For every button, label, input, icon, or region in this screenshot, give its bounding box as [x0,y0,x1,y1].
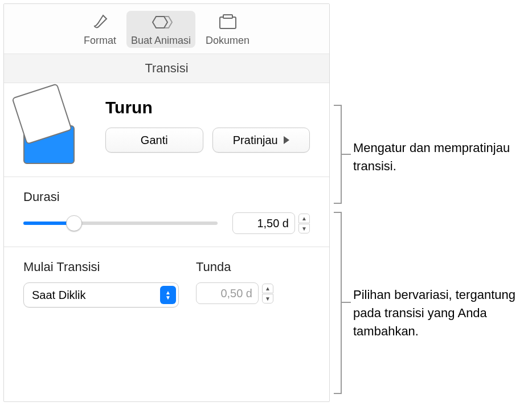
callout-tick-bottom [342,302,351,303]
animate-icon [148,13,173,32]
start-delay-section: Mulai Transisi Saat Diklik ▲▼ Tunda ▲ ▼ [4,247,329,320]
duration-label: Durasi [23,190,310,204]
transition-name: Turun [105,98,310,117]
callouts: Mengatur dan mempratinjau transisi. Pili… [330,0,530,406]
preview-button-label: Pratinjau [233,134,278,147]
inspector-toolbar: Format Buat Animasi Dokumen [4,4,329,54]
delay-stepper: ▲ ▼ [196,282,310,304]
change-button-label: Ganti [141,134,168,147]
transition-tab[interactable]: Transisi [4,54,329,83]
play-icon [284,136,289,144]
paintbrush-icon [90,13,109,32]
delay-label: Tunda [196,260,310,274]
chevron-up-down-icon: ▲▼ [160,286,176,304]
duration-section: Durasi ▲ ▼ [4,177,329,247]
duration-step-down[interactable]: ▼ [298,224,310,233]
callout-tick-top [342,154,351,155]
callout-bracket-top [334,105,342,204]
inspector-panel: Format Buat Animasi Dokumen Transisi [3,3,330,402]
duration-stepper: ▲ ▼ [232,212,310,234]
format-tab[interactable]: Format [79,11,121,48]
change-button[interactable]: Ganti [105,128,203,153]
document-tab[interactable]: Dokumen [201,11,254,48]
callout-bracket-bottom [334,212,342,394]
duration-slider[interactable] [23,216,218,230]
format-tab-label: Format [84,35,116,47]
callout-text-bottom: Pilihan bervariasi, tergantung pada tran… [353,286,532,341]
preview-button[interactable]: Pratinjau [212,128,310,153]
start-transition-popup[interactable]: Saat Diklik ▲▼ [23,282,179,307]
transition-thumbnail [23,96,92,164]
callout-text-top: Mengatur dan mempratinjau transisi. [353,139,530,175]
delay-input[interactable] [196,282,259,304]
duration-input[interactable] [232,212,295,234]
svg-rect-1 [223,15,232,18]
delay-step-down[interactable]: ▼ [262,294,273,304]
start-label: Mulai Transisi [23,260,179,274]
start-transition-value: Saat Diklik [32,289,85,302]
document-tab-label: Dokumen [206,35,249,47]
animate-tab[interactable]: Buat Animasi [126,11,195,48]
animate-tab-label: Buat Animasi [131,35,191,47]
delay-step-up[interactable]: ▲ [262,284,273,293]
document-icon [217,13,239,32]
transition-tab-label: Transisi [145,61,188,75]
transition-header-section: Turun Ganti Pratinjau [4,83,329,177]
duration-step-up[interactable]: ▲ [298,214,310,223]
